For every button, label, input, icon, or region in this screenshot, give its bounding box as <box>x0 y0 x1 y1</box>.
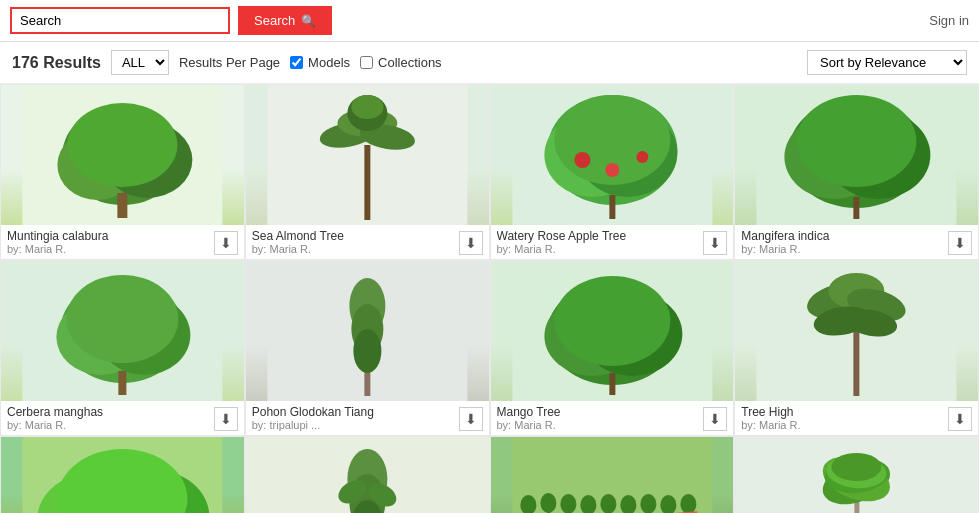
top-bar: Search 🔍 Sign in <box>0 0 979 42</box>
download-button[interactable]: ⬇ <box>703 231 727 255</box>
collections-checkbox-group: Collections <box>360 55 442 70</box>
card-footer: Pohon Glodokan Tiang by: tripalupi ... ⬇ <box>246 401 489 435</box>
card-info: Sea Almond Tree by: Maria R. <box>252 229 455 255</box>
card-info: Cerbera manghas by: Maria R. <box>7 405 210 431</box>
sort-select[interactable]: Sort by RelevanceSort by DateSort by Nam… <box>807 50 967 75</box>
results-count: 176 Results <box>12 54 101 72</box>
card-footer: Muntingia calabura by: Maria R. ⬇ <box>1 225 244 259</box>
download-button[interactable]: ⬇ <box>214 407 238 431</box>
svg-point-12 <box>351 95 383 119</box>
card-item[interactable]: Alstonia Scolaris ( pohon pulai ) by: Ar… <box>245 436 490 513</box>
card-item[interactable]: Cerbera manghas by: Maria R. ⬇ <box>0 260 245 436</box>
card-item[interactable]: Mango Tree by: Maria R. ⬇ <box>490 260 735 436</box>
results-per-page-label: Results Per Page <box>179 55 280 70</box>
card-footer: Mangifera indica by: Maria R. ⬇ <box>735 225 978 259</box>
card-info: Mango Tree by: Maria R. <box>497 405 700 431</box>
card-item[interactable]: Roystonea regia by: Maria R. ⬇ <box>734 436 979 513</box>
card-thumbnail <box>735 261 978 401</box>
svg-point-20 <box>636 151 648 163</box>
download-button[interactable]: ⬇ <box>214 231 238 255</box>
card-item[interactable]: Pohon Glodokan Tiang by: tripalupi ... ⬇ <box>245 260 490 436</box>
card-author: by: Maria R. <box>7 419 210 431</box>
card-author: by: Maria R. <box>7 243 210 255</box>
svg-rect-18 <box>609 195 615 219</box>
card-thumbnail <box>491 261 734 401</box>
models-checkbox-group: Models <box>290 55 350 70</box>
svg-point-21 <box>605 163 619 177</box>
card-title: Pohon Glodokan Tiang <box>252 405 455 419</box>
svg-point-71 <box>540 493 556 513</box>
models-checkbox[interactable] <box>290 56 303 69</box>
download-button[interactable]: ⬇ <box>459 407 483 431</box>
card-item[interactable]: Pohon alun-alun jember 1 by: Anggik L. ⬇ <box>490 436 735 513</box>
card-thumbnail <box>735 437 978 513</box>
card-item[interactable]: Mangifera indica by: Maria R. ⬇ <box>734 84 979 260</box>
collections-checkbox[interactable] <box>360 56 373 69</box>
svg-point-4 <box>67 103 177 187</box>
card-footer: Cerbera manghas by: Maria R. ⬇ <box>1 401 244 435</box>
card-info: Watery Rose Apple Tree by: Maria R. <box>497 229 700 255</box>
card-item[interactable]: Sea Almond Tree by: Maria R. ⬇ <box>245 84 490 260</box>
card-author: by: Maria R. <box>741 419 944 431</box>
card-item[interactable]: Muntingia calabura by: Maria R. ⬇ <box>0 84 245 260</box>
svg-point-32 <box>66 275 178 363</box>
search-button-label: Search <box>254 13 295 28</box>
svg-point-93 <box>832 453 882 481</box>
svg-rect-33 <box>118 371 126 395</box>
models-label: Models <box>308 55 350 70</box>
card-author: by: tripalupi ... <box>252 419 455 431</box>
svg-rect-44 <box>609 373 615 395</box>
card-item[interactable]: Pohon di masjid Jami' Albaitul A... by: … <box>0 436 245 513</box>
svg-rect-27 <box>854 197 860 219</box>
card-footer: Tree High by: Maria R. ⬇ <box>735 401 978 435</box>
svg-point-43 <box>554 276 670 366</box>
all-filter-select[interactable]: ALL <box>111 50 169 75</box>
svg-rect-5 <box>117 193 127 218</box>
sign-in-link[interactable]: Sign in <box>929 13 969 28</box>
card-thumbnail <box>246 437 489 513</box>
card-title: Muntingia calabura <box>7 229 210 243</box>
download-button[interactable]: ⬇ <box>459 231 483 255</box>
card-info: Mangifera indica by: Maria R. <box>741 229 944 255</box>
card-title: Cerbera manghas <box>7 405 210 419</box>
card-thumbnail <box>246 85 489 225</box>
card-footer: Sea Almond Tree by: Maria R. ⬇ <box>246 225 489 259</box>
card-info: Tree High by: Maria R. <box>741 405 944 431</box>
svg-point-38 <box>353 329 381 373</box>
card-title: Tree High <box>741 405 944 419</box>
svg-point-26 <box>797 95 917 187</box>
card-title: Watery Rose Apple Tree <box>497 229 700 243</box>
card-author: by: Maria R. <box>497 419 700 431</box>
card-footer: Watery Rose Apple Tree by: Maria R. ⬇ <box>491 225 734 259</box>
download-button[interactable]: ⬇ <box>703 407 727 431</box>
card-info: Muntingia calabura by: Maria R. <box>7 229 210 255</box>
card-item[interactable]: Tree High by: Maria R. ⬇ <box>734 260 979 436</box>
card-thumbnail <box>1 85 244 225</box>
card-author: by: Maria R. <box>252 243 455 255</box>
card-author: by: Maria R. <box>497 243 700 255</box>
card-title: Sea Almond Tree <box>252 229 455 243</box>
search-button[interactable]: Search 🔍 <box>238 6 332 35</box>
svg-rect-7 <box>364 145 370 220</box>
card-thumbnail <box>491 85 734 225</box>
card-footer: Mango Tree by: Maria R. ⬇ <box>491 401 734 435</box>
download-button[interactable]: ⬇ <box>948 231 972 255</box>
results-grid: Muntingia calabura by: Maria R. ⬇ Sea Al… <box>0 84 979 513</box>
card-info: Pohon Glodokan Tiang by: tripalupi ... <box>252 405 455 431</box>
search-input[interactable] <box>10 7 230 34</box>
card-thumbnail <box>246 261 489 401</box>
card-title: Mangifera indica <box>741 229 944 243</box>
filter-bar: 176 Results ALL Results Per Page Models … <box>0 42 979 84</box>
card-thumbnail <box>1 437 244 513</box>
card-thumbnail <box>1 261 244 401</box>
card-item[interactable]: Watery Rose Apple Tree by: Maria R. ⬇ <box>490 84 735 260</box>
svg-point-19 <box>574 152 590 168</box>
card-thumbnail <box>735 85 978 225</box>
card-thumbnail <box>491 437 734 513</box>
search-icon: 🔍 <box>301 14 316 28</box>
card-author: by: Maria R. <box>741 243 944 255</box>
card-title: Mango Tree <box>497 405 700 419</box>
download-button[interactable]: ⬇ <box>948 407 972 431</box>
collections-label: Collections <box>378 55 442 70</box>
